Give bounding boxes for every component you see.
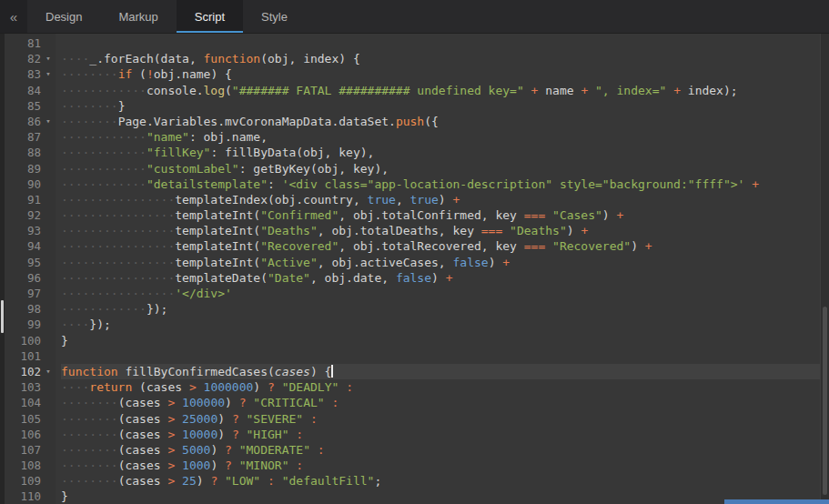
line-number[interactable]: 96	[5, 270, 56, 286]
code-line[interactable]: ········Page.Variables.mvCoronaMapData.d…	[61, 114, 820, 129]
line-number[interactable]: 102▾	[5, 364, 56, 379]
code-line[interactable]: ········(cases > 5000) ? "MODERATE" :	[61, 442, 820, 458]
line-number[interactable]: 104	[5, 395, 56, 410]
code-line[interactable]: ········(cases > 10000) ? "HIGH" :	[61, 427, 820, 442]
fold-spacer	[41, 161, 56, 176]
code-area[interactable]: ····_.forEach(data, function(obj, index)…	[56, 34, 820, 504]
fold-spacer	[41, 442, 56, 458]
tab-style[interactable]: Style	[243, 0, 306, 33]
fold-spacer	[41, 379, 56, 395]
fold-spacer	[41, 192, 56, 207]
tab-design[interactable]: Design	[27, 0, 100, 33]
fold-spacer	[41, 223, 56, 238]
fold-spacer	[41, 98, 56, 114]
line-number[interactable]: 83▾	[5, 66, 56, 82]
script-editor-window: « DesignMarkupScriptStyle 8182▾83▾848586…	[0, 0, 829, 504]
line-number[interactable]: 82▾	[5, 51, 56, 66]
line-number[interactable]: 85	[5, 98, 56, 114]
code-line[interactable]: ················templateInt("Confirmed",…	[61, 207, 820, 223]
fold-spacer	[41, 270, 56, 286]
code-line[interactable]	[61, 348, 820, 364]
line-number[interactable]: 91	[5, 192, 56, 207]
fold-toggle-icon[interactable]: ▾	[41, 364, 56, 379]
line-number[interactable]: 98	[5, 301, 56, 317]
fold-spacer	[41, 83, 56, 98]
collapse-panel-button[interactable]: «	[0, 0, 27, 33]
code-line[interactable]: ················'</div>'	[61, 286, 820, 301]
fold-spacer	[41, 286, 56, 301]
text-cursor	[331, 365, 333, 378]
line-number[interactable]: 106	[5, 427, 56, 442]
vertical-scrollbar[interactable]	[820, 34, 829, 504]
tab-script[interactable]: Script	[177, 0, 243, 33]
fold-spacer	[41, 458, 56, 473]
fold-spacer	[41, 129, 56, 145]
scrollbar-thumb[interactable]	[823, 307, 827, 495]
code-line[interactable]: ············"detailstemplate": '<div cla…	[61, 176, 820, 192]
editor-tab-bar: « DesignMarkupScriptStyle	[0, 0, 829, 34]
line-number[interactable]: 94	[5, 238, 56, 254]
fold-spacer	[41, 301, 56, 317]
code-line[interactable]: ········(cases > 25000) ? "SEVERE" :	[61, 411, 820, 427]
fold-spacer	[41, 395, 56, 410]
line-number[interactable]: 109	[5, 473, 56, 489]
fold-toggle-icon[interactable]: ▾	[41, 114, 56, 129]
line-number[interactable]: 87	[5, 129, 56, 145]
line-number[interactable]: 86▾	[5, 114, 56, 129]
code-line[interactable]	[61, 35, 820, 51]
line-number[interactable]: 107	[5, 442, 56, 458]
code-line[interactable]: ········if (!obj.name) {	[61, 66, 820, 82]
line-number[interactable]: 100	[5, 333, 56, 348]
tab-markup[interactable]: Markup	[100, 0, 176, 33]
line-number[interactable]: 110	[5, 489, 56, 504]
fold-spacer	[41, 427, 56, 442]
code-line[interactable]: ········(cases > 100000) ? "CRITICAL" :	[61, 395, 820, 410]
code-line[interactable]: ········(cases > 1000) ? "MINOR" :	[61, 458, 820, 473]
fold-spacer	[41, 317, 56, 332]
line-number[interactable]: 103	[5, 379, 56, 395]
code-line[interactable]: ····_.forEach(data, function(obj, index)…	[61, 51, 820, 66]
code-line[interactable]: ····return (cases > 1000000) ? "DEADLY" …	[61, 379, 820, 395]
fold-spacer	[41, 35, 56, 51]
fold-toggle-icon[interactable]: ▾	[41, 51, 56, 66]
code-line[interactable]: ············console.log("####### FATAL #…	[61, 83, 820, 98]
code-line[interactable]: ················templateInt("Active", ob…	[61, 255, 820, 270]
left-splitter-rail	[0, 34, 5, 504]
fold-spacer	[41, 145, 56, 160]
fold-spacer	[41, 238, 56, 254]
line-number[interactable]: 108	[5, 458, 56, 473]
line-number[interactable]: 90	[5, 176, 56, 192]
fold-spacer	[41, 207, 56, 223]
code-line[interactable]: ············});	[61, 301, 820, 317]
line-number[interactable]: 81	[5, 35, 56, 51]
line-number[interactable]: 99	[5, 317, 56, 332]
code-line[interactable]: ················templateIndex(obj.countr…	[61, 192, 820, 207]
line-number[interactable]: 88	[5, 145, 56, 160]
code-line[interactable]: ············"name": obj.name,	[61, 129, 820, 145]
fold-spacer	[41, 333, 56, 348]
code-line[interactable]: ········(cases > 25) ? "LOW" : "defaultF…	[61, 473, 820, 489]
collapse-chevrons-icon: «	[10, 9, 17, 25]
fold-spacer	[41, 255, 56, 270]
splitter-handle[interactable]	[1, 300, 4, 333]
code-line[interactable]: ············"customLabel": getByKey(obj,…	[61, 161, 820, 176]
code-line[interactable]: ················templateInt("Deaths", ob…	[61, 223, 820, 238]
code-line[interactable]: ········}	[61, 98, 820, 114]
code-line[interactable]: }	[61, 489, 820, 504]
fold-spacer	[41, 473, 56, 489]
line-number[interactable]: 105	[5, 411, 56, 427]
line-number[interactable]: 93	[5, 223, 56, 238]
line-number[interactable]: 101	[5, 348, 56, 364]
code-line[interactable]: ················templateInt("Recovered",…	[61, 238, 820, 254]
fold-toggle-icon[interactable]: ▾	[41, 66, 56, 82]
line-number[interactable]: 84	[5, 83, 56, 98]
code-line[interactable]: }	[61, 333, 820, 348]
line-number[interactable]: 89	[5, 161, 56, 176]
line-number[interactable]: 92	[5, 207, 56, 223]
code-line[interactable]: ················templateDate("Date", obj…	[61, 270, 820, 286]
line-number[interactable]: 97	[5, 286, 56, 301]
code-line[interactable]: ····});	[61, 317, 820, 332]
code-line[interactable]: function fillByConfirmedCases(cases) {	[61, 364, 820, 379]
line-number[interactable]: 95	[5, 255, 56, 270]
code-line[interactable]: ············"fillKey": fillByData(obj, k…	[61, 145, 820, 160]
